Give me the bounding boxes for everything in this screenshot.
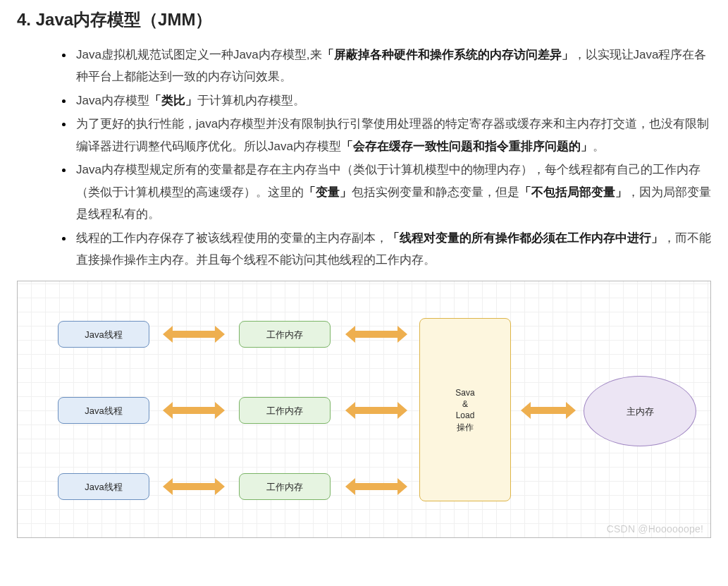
label: 工作内存 — [266, 405, 303, 417]
label: Java线程 — [85, 405, 122, 417]
label: Java线程 — [85, 481, 122, 494]
text: 线程的工作内存保存了被该线程使用的变量的主内存副本， — [76, 231, 388, 245]
bullet-item: Java内存模型规定所有的变量都是存在主内存当中（类似于计算机模型中的物理内存）… — [73, 159, 711, 225]
double-arrow-icon — [163, 326, 225, 343]
text: Java虚拟机规范试图定义一种Java内存模型,来 — [76, 48, 322, 61]
working-memory-box: 工作内存 — [239, 473, 331, 500]
double-arrow-icon — [163, 478, 225, 495]
java-thread-box: Java线程 — [58, 397, 149, 424]
text: Java内存模型 — [76, 94, 149, 107]
bold-text: 「屏蔽掉各种硬件和操作系统的内存访问差异」 — [322, 48, 574, 61]
watermark-text: CSDN @Hoooooope! — [607, 523, 703, 535]
main-memory-ellipse: 主内存 — [584, 376, 696, 446]
save-load-op-box: Sava & Load 操作 — [419, 318, 511, 501]
double-arrow-icon — [345, 402, 407, 419]
bullet-item: 线程的工作内存保存了被该线程使用的变量的主内存副本，「线程对变量的所有操作都必须… — [73, 227, 711, 271]
bullet-list: Java虚拟机规范试图定义一种Java内存模型,来「屏蔽掉各种硬件和操作系统的内… — [17, 44, 711, 271]
label: 工作内存 — [266, 329, 303, 341]
double-arrow-icon — [345, 326, 407, 343]
bold-text: 「线程对变量的所有操作都必须在工作内存中进行」 — [388, 231, 663, 245]
label: 工作内存 — [266, 481, 303, 494]
bold-text: 「会存在缓存一致性问题和指令重排序问题的」 — [341, 140, 593, 153]
label: Java线程 — [85, 329, 122, 341]
working-memory-box: 工作内存 — [239, 397, 331, 424]
bullet-item: Java虚拟机规范试图定义一种Java内存模型,来「屏蔽掉各种硬件和操作系统的内… — [73, 44, 711, 88]
bold-text: 「类比」 — [149, 94, 197, 107]
double-arrow-icon — [345, 478, 407, 495]
label: Sava & Load 操作 — [455, 387, 474, 433]
bold-text: 「不包括局部变量」 — [519, 185, 627, 199]
java-thread-box: Java线程 — [58, 473, 149, 500]
jmm-diagram: Java线程 Java线程 Java线程 工作内存 工作内存 工作内存 Sava… — [17, 281, 711, 538]
bullet-item: Java内存模型「类比」于计算机内存模型。 — [73, 90, 711, 111]
text: 于计算机内存模型。 — [197, 94, 305, 107]
double-arrow-icon — [163, 402, 225, 419]
section-heading: 4. Java内存模型（JMM） — [17, 8, 711, 31]
text: 。 — [593, 140, 605, 153]
label: 主内存 — [627, 405, 654, 418]
bullet-item: 为了更好的执行性能，java内存模型并没有限制执行引擎使用处理器的特定寄存器或缓… — [73, 113, 711, 157]
double-arrow-icon — [521, 402, 576, 419]
working-memory-box: 工作内存 — [239, 321, 331, 348]
text: 包括实例变量和静态变量，但是 — [352, 185, 519, 199]
java-thread-box: Java线程 — [58, 321, 149, 348]
bold-text: 「变量」 — [304, 185, 352, 199]
